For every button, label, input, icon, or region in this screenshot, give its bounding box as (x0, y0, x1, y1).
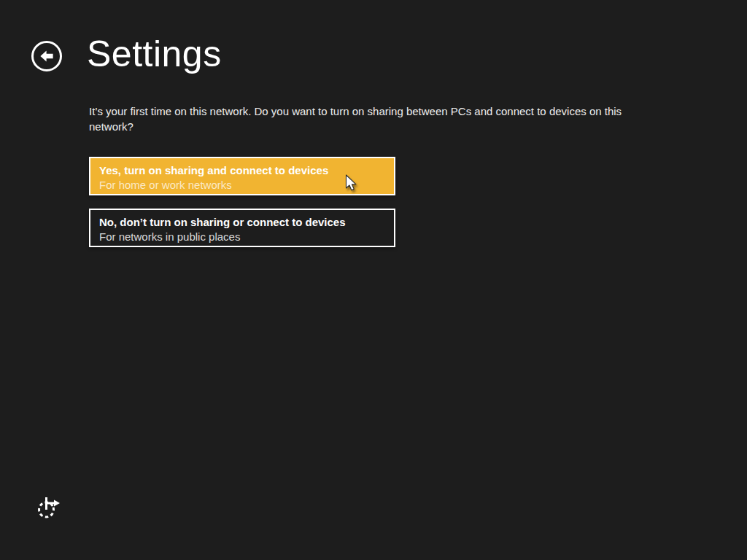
ease-of-access-button[interactable] (36, 494, 62, 521)
back-arrow-icon (36, 45, 58, 67)
option-title: No, don’t turn on sharing or connect to … (99, 215, 385, 230)
option-subtitle: For networks in public places (99, 230, 385, 244)
page-title: Settings (87, 32, 222, 76)
sharing-options-list: Yes, turn on sharing and connect to devi… (89, 157, 395, 247)
ease-of-access-icon (36, 494, 62, 521)
option-title: Yes, turn on sharing and connect to devi… (99, 163, 385, 178)
back-button[interactable] (31, 41, 62, 71)
option-yes-turn-on-sharing[interactable]: Yes, turn on sharing and connect to devi… (89, 157, 395, 195)
oobe-settings-screen: Settings It’s your first time on this ne… (0, 0, 747, 560)
option-no-turn-on-sharing[interactable]: No, don’t turn on sharing or connect to … (89, 209, 395, 247)
option-subtitle: For home or work networks (99, 178, 385, 192)
network-prompt-text: It’s your first time on this network. Do… (89, 104, 632, 134)
